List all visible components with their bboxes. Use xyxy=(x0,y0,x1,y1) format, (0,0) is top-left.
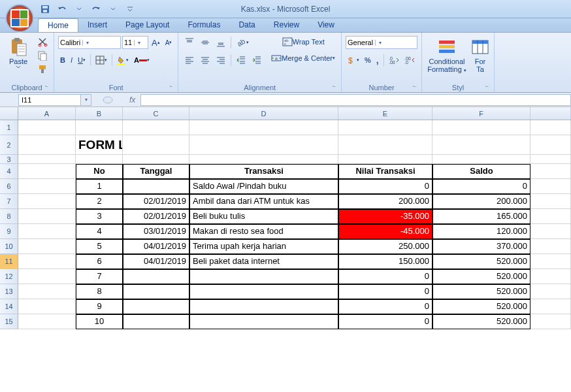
formula-input[interactable] xyxy=(140,94,571,106)
fx-label[interactable]: fx xyxy=(124,95,140,105)
cell[interactable] xyxy=(123,135,189,155)
cell[interactable] xyxy=(530,314,571,329)
cell[interactable]: Nilai Transaksi xyxy=(338,164,432,179)
font-color-button[interactable]: A ▾ xyxy=(132,55,152,65)
cell[interactable] xyxy=(123,314,189,329)
cell[interactable]: 10 xyxy=(76,314,123,329)
row-header[interactable]: 15 xyxy=(0,314,18,329)
cell[interactable] xyxy=(18,314,76,329)
row-header[interactable]: 1 xyxy=(0,120,18,135)
fill-color-button[interactable]: ▾ xyxy=(115,54,131,66)
copy-button[interactable] xyxy=(35,49,50,62)
shrink-font-button[interactable]: A▾ xyxy=(163,38,174,48)
cell[interactable] xyxy=(189,299,338,314)
cell[interactable] xyxy=(18,135,76,155)
cell[interactable]: Beli buku tulis xyxy=(189,209,338,224)
select-all-corner[interactable] xyxy=(0,107,18,120)
cell[interactable] xyxy=(18,299,76,314)
cell[interactable] xyxy=(530,299,571,314)
cell[interactable]: 165.000 xyxy=(432,209,530,224)
cell[interactable]: 520.000 xyxy=(432,299,530,314)
qat-customize-icon[interactable] xyxy=(123,2,137,16)
cell[interactable]: Tanggal xyxy=(123,164,189,179)
cell[interactable]: 200.000 xyxy=(338,194,432,209)
cell[interactable] xyxy=(530,269,571,284)
cell[interactable]: -45.000 xyxy=(338,224,432,239)
office-button[interactable] xyxy=(5,4,34,33)
cell[interactable]: 0 xyxy=(432,179,530,194)
tab-formulas[interactable]: Formulas xyxy=(178,18,229,32)
tab-insert[interactable]: Insert xyxy=(78,18,116,32)
row-header[interactable]: 8 xyxy=(0,209,18,224)
cell[interactable] xyxy=(530,239,571,254)
tab-home[interactable]: Home xyxy=(38,18,78,32)
cell[interactable]: 8 xyxy=(76,284,123,299)
cell[interactable]: 9 xyxy=(76,299,123,314)
cell[interactable] xyxy=(189,314,338,329)
cell[interactable] xyxy=(18,120,76,135)
cell[interactable] xyxy=(432,120,530,135)
percent-button[interactable]: % xyxy=(363,55,373,65)
row-header[interactable]: 9 xyxy=(0,224,18,239)
cell[interactable]: 120.000 xyxy=(432,224,530,239)
cell[interactable] xyxy=(530,120,571,135)
undo-dropdown-icon[interactable] xyxy=(72,2,86,16)
cell[interactable] xyxy=(189,284,338,299)
cell[interactable] xyxy=(432,155,530,164)
undo-icon[interactable] xyxy=(55,2,69,16)
comma-button[interactable]: , xyxy=(374,54,381,67)
border-button[interactable]: ▾ xyxy=(93,54,109,66)
cell[interactable] xyxy=(338,120,432,135)
grow-font-button[interactable]: A▴ xyxy=(150,37,162,49)
row-header[interactable]: 4 xyxy=(0,164,18,179)
formula-expand-icon[interactable] xyxy=(103,96,113,104)
col-header[interactable]: A xyxy=(18,107,76,120)
cell[interactable]: 6 xyxy=(76,254,123,269)
cell[interactable] xyxy=(123,155,189,164)
cell[interactable]: Ambil dana dari ATM untuk kas xyxy=(189,194,338,209)
cell[interactable]: Makan di resto sea food xyxy=(189,224,338,239)
cell[interactable]: 02/01/2019 xyxy=(123,194,189,209)
cell[interactable] xyxy=(123,179,189,194)
cell[interactable] xyxy=(18,224,76,239)
cell[interactable] xyxy=(123,284,189,299)
cell[interactable]: 520.000 xyxy=(432,269,530,284)
cell[interactable]: 0 xyxy=(338,179,432,194)
cell[interactable] xyxy=(18,194,76,209)
align-right-button[interactable] xyxy=(214,54,228,67)
cell[interactable] xyxy=(338,155,432,164)
cell[interactable]: 02/01/2019 xyxy=(123,209,189,224)
font-size-combo[interactable]: 11▾ xyxy=(122,36,148,49)
cell[interactable]: 03/01/2019 xyxy=(123,224,189,239)
format-painter-button[interactable] xyxy=(35,63,50,76)
cell[interactable]: 04/01/2019 xyxy=(123,254,189,269)
save-icon[interactable] xyxy=(38,2,52,16)
cell[interactable]: 520.000 xyxy=(432,314,530,329)
conditional-formatting-button[interactable]: Conditional Formatting ▾ xyxy=(426,35,468,78)
cell[interactable]: 0 xyxy=(338,269,432,284)
merge-center-button[interactable]: a Merge & Center ▾ xyxy=(269,52,337,65)
cell[interactable]: 370.000 xyxy=(432,239,530,254)
decrease-decimal-button[interactable]: .00.0 xyxy=(402,54,417,66)
format-table-button[interactable]: For Ta xyxy=(470,35,490,78)
cell[interactable] xyxy=(123,269,189,284)
cell[interactable]: 1 xyxy=(76,179,123,194)
row-header[interactable]: 7 xyxy=(0,194,18,209)
cell[interactable] xyxy=(18,155,76,164)
cell[interactable]: Transaksi xyxy=(189,164,338,179)
cell[interactable]: 04/01/2019 xyxy=(123,239,189,254)
cell[interactable] xyxy=(530,284,571,299)
row-header[interactable]: 2 xyxy=(0,135,18,155)
paste-button[interactable]: Paste xyxy=(4,35,33,78)
align-top-button[interactable] xyxy=(182,36,197,49)
cell[interactable] xyxy=(76,120,123,135)
cell[interactable] xyxy=(123,299,189,314)
cell[interactable] xyxy=(76,155,123,164)
cell[interactable]: -35.000 xyxy=(338,209,432,224)
bold-button[interactable]: B xyxy=(58,55,67,65)
cell[interactable]: 150.000 xyxy=(338,254,432,269)
row-header[interactable]: 3 xyxy=(0,155,18,164)
cell[interactable] xyxy=(432,135,530,155)
redo-dropdown-icon[interactable] xyxy=(106,2,120,16)
orientation-button[interactable]: ab ▾ xyxy=(234,36,251,49)
